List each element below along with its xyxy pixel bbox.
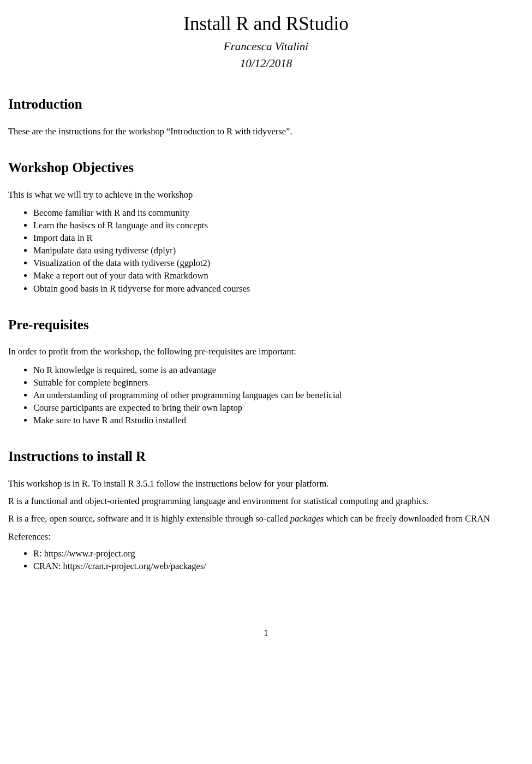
install-p1: This workshop is in R. To install R 3.5.… <box>8 478 524 490</box>
section-heading-install: Instructions to install R <box>8 447 524 466</box>
introduction-text: These are the instructions for the works… <box>8 126 524 138</box>
section-heading-introduction: Introduction <box>8 95 524 114</box>
prerequisites-intro: In order to profit from the workshop, th… <box>8 346 524 358</box>
list-item: An understanding of programming of other… <box>33 389 524 401</box>
document-title: Install R and RStudio <box>8 11 524 37</box>
list-item: Obtain good basis in R tidyverse for mor… <box>33 282 524 295</box>
prerequisites-list: No R knowledge is required, some is an a… <box>8 364 524 427</box>
list-item: Become familiar with R and its community <box>33 206 524 219</box>
list-item: Make sure to have R and Rstudio installe… <box>33 414 524 427</box>
install-p3-pre: R is a free, open source, software and i… <box>8 513 290 524</box>
list-item: Make a report out of your data with Rmar… <box>33 269 524 282</box>
page-number: 1 <box>8 627 524 639</box>
list-item: Suitable for complete beginners <box>33 376 524 389</box>
objectives-intro: This is what we will try to achieve in t… <box>8 189 524 201</box>
list-item: Learn the basiscs of R language and its … <box>33 219 524 232</box>
objectives-list: Become familiar with R and its community… <box>8 206 524 295</box>
section-heading-objectives: Workshop Objectives <box>8 158 524 177</box>
references-list: R: https://www.r-project.org CRAN: https… <box>8 547 524 572</box>
list-item: CRAN: https://cran.r-project.org/web/pac… <box>33 560 524 572</box>
list-item: Import data in R <box>33 232 524 244</box>
install-p2: R is a functional and object-oriented pr… <box>8 495 524 507</box>
list-item: R: https://www.r-project.org <box>33 547 524 560</box>
section-heading-prerequisites: Pre-requisites <box>8 316 524 334</box>
references-label: References: <box>8 531 524 543</box>
install-p3-post: which can be freely downloaded from CRAN <box>324 513 490 524</box>
install-p3: R is a free, open source, software and i… <box>8 513 524 525</box>
document-date: 10/12/2018 <box>8 56 524 71</box>
list-item: Manipulate data using tydiverse (dplyr) <box>33 244 524 257</box>
list-item: No R knowledge is required, some is an a… <box>33 364 524 376</box>
document-author: Francesca Vitalini <box>8 39 524 54</box>
list-item: Course participants are expected to brin… <box>33 401 524 414</box>
list-item: Visualization of the data with tydiverse… <box>33 257 524 269</box>
install-p3-italic: packages <box>290 513 324 524</box>
